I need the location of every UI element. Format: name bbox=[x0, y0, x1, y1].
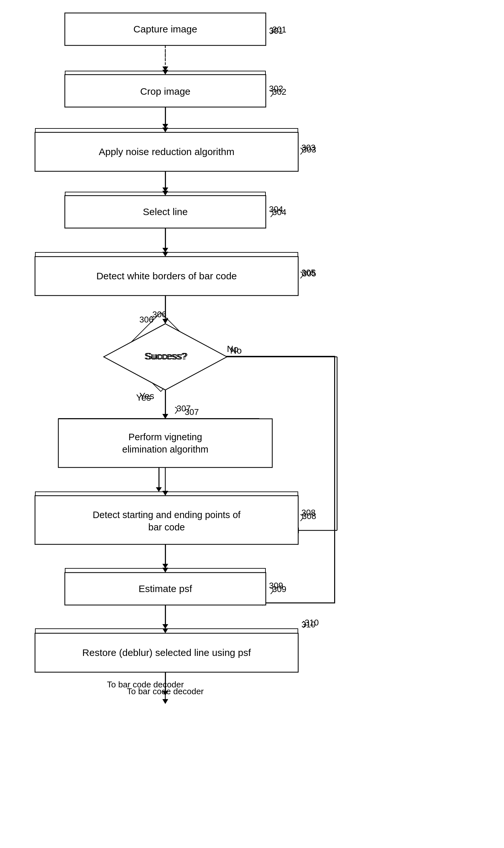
step-307-box: Perform vigneting elimination algorithm bbox=[58, 418, 259, 464]
arrow-306-no-h bbox=[212, 356, 335, 357]
step-303-text: Apply noise reduction algorithm bbox=[99, 142, 235, 153]
step-304-label: 304 bbox=[269, 204, 283, 214]
arrow-309-310 bbox=[165, 601, 166, 626]
arrow-303-304 bbox=[165, 167, 166, 190]
step-309-label: 309 bbox=[269, 581, 283, 591]
step-307-label: 307 bbox=[185, 407, 199, 417]
arrow-304-305 bbox=[165, 224, 166, 250]
step-302-label: 302 bbox=[269, 84, 283, 94]
step-306-diamond: Success? bbox=[121, 322, 212, 390]
step-310-box: Restore (deblur) selected line using psf bbox=[35, 628, 298, 667]
yes-label: Yes bbox=[136, 393, 151, 403]
step-310-label: 310 bbox=[302, 620, 316, 630]
step-308-label: 308 bbox=[302, 508, 316, 518]
step-308-text: Detect starting and ending points of bar… bbox=[74, 507, 259, 524]
arrowhead-307-308 bbox=[156, 487, 162, 492]
step-301-label: 301 bbox=[269, 26, 283, 36]
step-302-box: Crop image bbox=[65, 71, 266, 103]
step-308-box: Detect starting and ending points of bar… bbox=[35, 491, 298, 540]
arrowhead-306-307 bbox=[162, 414, 168, 418]
no-label: No bbox=[227, 344, 238, 354]
step-307-text: Perform vigneting elimination algorithm bbox=[78, 432, 240, 450]
step-301-text: Capture image bbox=[133, 24, 197, 35]
arrowhead-304-305 bbox=[162, 248, 168, 253]
step-304-box: Select line bbox=[65, 192, 266, 224]
step-305-text: Detect white borders of bar code bbox=[96, 266, 237, 277]
step-305-box: Detect white borders of bar code bbox=[35, 252, 298, 291]
arrowhead-309-310 bbox=[162, 624, 168, 629]
arrow-301-302 bbox=[165, 46, 166, 68]
arrowhead-302-303 bbox=[162, 124, 168, 128]
arrowhead-308-309 bbox=[162, 564, 168, 568]
step-302-text: Crop image bbox=[140, 82, 190, 92]
step-310-text: Restore (deblur) selected line using psf bbox=[85, 640, 248, 656]
arrow-308-309 bbox=[165, 540, 166, 566]
arrow-306-no-v bbox=[334, 356, 335, 602]
arrowhead-303-304 bbox=[162, 188, 168, 192]
step-309-box: Estimate psf bbox=[65, 568, 266, 601]
arrow-307-308 bbox=[159, 464, 160, 489]
step-305-label: 305 bbox=[302, 267, 316, 278]
decoder-label: To bar code decoder bbox=[107, 680, 184, 690]
arrowhead-301-302 bbox=[162, 67, 168, 71]
arrow-no-to-308 bbox=[298, 602, 335, 603]
arrowhead-310-decoder bbox=[162, 691, 168, 695]
step-304-text: Select line bbox=[143, 203, 188, 213]
arrow-302-303 bbox=[165, 103, 166, 126]
step-303-box: Apply noise reduction algorithm bbox=[35, 128, 298, 167]
arrow-306-307 bbox=[165, 390, 166, 416]
step-306-text: Success? bbox=[145, 351, 188, 362]
arrow-305-306 bbox=[165, 291, 166, 320]
step-303-label: 303 bbox=[302, 143, 316, 153]
step-309-text: Estimate psf bbox=[139, 579, 192, 590]
step-306-label: 306 bbox=[139, 315, 153, 325]
flowchart-container: Capture image 301 Crop image 302 Apply n… bbox=[0, 0, 504, 848]
arrowhead-no-join bbox=[258, 600, 263, 606]
step-301-box: Capture image bbox=[65, 13, 266, 46]
